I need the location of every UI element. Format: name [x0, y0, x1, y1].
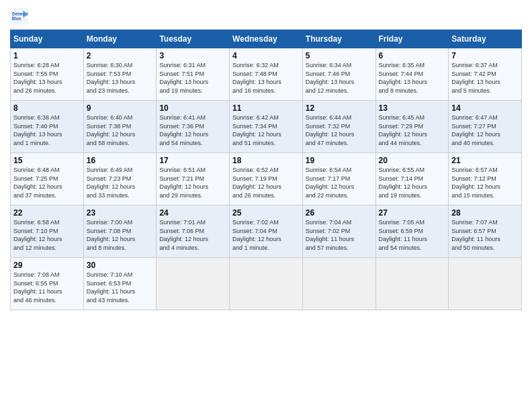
day-info: Sunrise: 6:34 AMSunset: 7:46 PMDaylight:… — [306, 62, 355, 94]
weekday-header-sunday: Sunday — [11, 30, 84, 48]
weekday-header-monday: Monday — [83, 30, 157, 48]
day-info: Sunrise: 7:00 AMSunset: 7:08 PMDaylight:… — [87, 219, 136, 251]
day-cell: 2Sunrise: 6:30 AMSunset: 7:53 PMDaylight… — [83, 48, 157, 101]
day-cell: 20Sunrise: 6:55 AMSunset: 7:14 PMDayligh… — [375, 153, 449, 205]
day-cell: 3Sunrise: 6:31 AMSunset: 7:51 PMDaylight… — [157, 48, 230, 101]
day-cell: 7Sunrise: 6:37 AMSunset: 7:42 PMDaylight… — [449, 48, 522, 101]
day-number: 23 — [87, 208, 154, 218]
day-cell: 28Sunrise: 7:07 AMSunset: 6:57 PMDayligh… — [449, 205, 522, 258]
day-info: Sunrise: 6:55 AMSunset: 7:14 PMDaylight:… — [379, 167, 428, 199]
day-cell — [157, 258, 230, 310]
day-cell: 22Sunrise: 6:58 AMSunset: 7:10 PMDayligh… — [11, 205, 84, 258]
day-info: Sunrise: 6:38 AMSunset: 7:40 PMDaylight:… — [13, 114, 62, 146]
logo-icon: General Blue — [10, 7, 29, 26]
day-info: Sunrise: 6:41 AMSunset: 7:36 PMDaylight:… — [159, 114, 208, 146]
day-cell — [302, 258, 375, 310]
day-number: 14 — [451, 103, 519, 113]
calendar-table: SundayMondayTuesdayWednesdayThursdayFrid… — [10, 30, 522, 310]
day-number: 15 — [13, 156, 81, 165]
day-number: 8 — [13, 103, 81, 113]
day-number: 20 — [379, 156, 446, 165]
day-cell: 26Sunrise: 7:04 AMSunset: 7:02 PMDayligh… — [302, 205, 375, 258]
day-number: 11 — [232, 103, 300, 113]
day-info: Sunrise: 6:35 AMSunset: 7:44 PMDaylight:… — [379, 62, 428, 94]
day-number: 28 — [451, 208, 519, 218]
day-number: 6 — [379, 51, 446, 60]
day-info: Sunrise: 6:44 AMSunset: 7:32 PMDaylight:… — [306, 114, 355, 146]
day-number: 2 — [87, 51, 154, 60]
day-info: Sunrise: 7:07 AMSunset: 6:57 PMDaylight:… — [451, 219, 500, 251]
day-number: 24 — [159, 208, 226, 218]
day-cell: 13Sunrise: 6:45 AMSunset: 7:29 PMDayligh… — [375, 101, 449, 153]
day-number: 3 — [159, 51, 226, 60]
day-info: Sunrise: 6:31 AMSunset: 7:51 PMDaylight:… — [159, 62, 208, 94]
day-info: Sunrise: 6:40 AMSunset: 7:38 PMDaylight:… — [87, 114, 136, 146]
day-info: Sunrise: 6:52 AMSunset: 7:19 PMDaylight:… — [232, 167, 281, 199]
day-cell: 12Sunrise: 6:44 AMSunset: 7:32 PMDayligh… — [302, 101, 375, 153]
day-cell: 15Sunrise: 6:48 AMSunset: 7:25 PMDayligh… — [11, 153, 84, 205]
weekday-header-tuesday: Tuesday — [157, 30, 230, 48]
header: General Blue — [10, 7, 522, 26]
day-info: Sunrise: 6:51 AMSunset: 7:21 PMDaylight:… — [159, 167, 208, 199]
day-cell: 11Sunrise: 6:42 AMSunset: 7:34 PMDayligh… — [230, 101, 303, 153]
day-info: Sunrise: 7:04 AMSunset: 7:02 PMDaylight:… — [306, 219, 355, 251]
day-info: Sunrise: 7:08 AMSunset: 6:55 PMDaylight:… — [13, 271, 62, 304]
day-cell: 19Sunrise: 6:54 AMSunset: 7:17 PMDayligh… — [302, 153, 375, 205]
day-cell: 30Sunrise: 7:10 AMSunset: 6:53 PMDayligh… — [83, 258, 157, 310]
day-info: Sunrise: 6:48 AMSunset: 7:25 PMDaylight:… — [13, 167, 62, 199]
day-cell: 17Sunrise: 6:51 AMSunset: 7:21 PMDayligh… — [157, 153, 230, 205]
day-info: Sunrise: 6:58 AMSunset: 7:10 PMDaylight:… — [13, 219, 62, 251]
day-info: Sunrise: 6:28 AMSunset: 7:55 PMDaylight:… — [13, 62, 62, 94]
weekday-header-wednesday: Wednesday — [230, 30, 303, 48]
day-number: 19 — [306, 156, 373, 165]
day-number: 17 — [159, 156, 226, 165]
day-cell: 4Sunrise: 6:32 AMSunset: 7:48 PMDaylight… — [230, 48, 303, 101]
day-number: 1 — [13, 51, 81, 60]
day-cell: 27Sunrise: 7:05 AMSunset: 6:59 PMDayligh… — [375, 205, 449, 258]
day-info: Sunrise: 7:10 AMSunset: 6:53 PMDaylight:… — [87, 271, 136, 304]
day-cell: 14Sunrise: 6:47 AMSunset: 7:27 PMDayligh… — [449, 101, 522, 153]
day-cell: 29Sunrise: 7:08 AMSunset: 6:55 PMDayligh… — [11, 258, 84, 310]
week-row-3: 15Sunrise: 6:48 AMSunset: 7:25 PMDayligh… — [11, 153, 522, 205]
day-info: Sunrise: 7:01 AMSunset: 7:06 PMDaylight:… — [159, 219, 208, 251]
day-cell: 16Sunrise: 6:49 AMSunset: 7:23 PMDayligh… — [83, 153, 157, 205]
day-number: 26 — [306, 208, 373, 218]
day-info: Sunrise: 6:49 AMSunset: 7:23 PMDaylight:… — [87, 167, 136, 199]
day-cell: 9Sunrise: 6:40 AMSunset: 7:38 PMDaylight… — [83, 101, 157, 153]
day-cell: 25Sunrise: 7:02 AMSunset: 7:04 PMDayligh… — [230, 205, 303, 258]
day-cell: 10Sunrise: 6:41 AMSunset: 7:36 PMDayligh… — [157, 101, 230, 153]
weekday-header-saturday: Saturday — [449, 30, 522, 48]
day-cell: 23Sunrise: 7:00 AMSunset: 7:08 PMDayligh… — [83, 205, 157, 258]
day-number: 13 — [379, 103, 446, 113]
day-info: Sunrise: 6:45 AMSunset: 7:29 PMDaylight:… — [379, 114, 428, 146]
day-cell: 5Sunrise: 6:34 AMSunset: 7:46 PMDaylight… — [302, 48, 375, 101]
logo: General Blue — [10, 7, 29, 26]
day-info: Sunrise: 6:42 AMSunset: 7:34 PMDaylight:… — [232, 114, 281, 146]
day-info: Sunrise: 6:57 AMSunset: 7:12 PMDaylight:… — [451, 167, 500, 199]
calendar-container: General Blue SundayMondayTuesdayWednesda… — [0, 0, 532, 317]
day-cell — [230, 258, 303, 310]
day-number: 9 — [87, 103, 154, 113]
week-row-4: 22Sunrise: 6:58 AMSunset: 7:10 PMDayligh… — [11, 205, 522, 258]
day-info: Sunrise: 6:32 AMSunset: 7:48 PMDaylight:… — [232, 62, 281, 94]
day-number: 4 — [232, 51, 300, 60]
day-number: 25 — [232, 208, 300, 218]
day-number: 22 — [13, 208, 81, 218]
day-cell: 1Sunrise: 6:28 AMSunset: 7:55 PMDaylight… — [11, 48, 84, 101]
day-number: 21 — [451, 156, 519, 165]
day-info: Sunrise: 7:05 AMSunset: 6:59 PMDaylight:… — [379, 219, 428, 251]
week-row-1: 1Sunrise: 6:28 AMSunset: 7:55 PMDaylight… — [11, 48, 522, 101]
day-number: 18 — [232, 156, 300, 165]
weekday-header-friday: Friday — [375, 30, 449, 48]
day-number: 7 — [451, 51, 519, 60]
day-info: Sunrise: 6:30 AMSunset: 7:53 PMDaylight:… — [87, 62, 136, 94]
day-info: Sunrise: 7:02 AMSunset: 7:04 PMDaylight:… — [232, 219, 281, 251]
weekday-header-row: SundayMondayTuesdayWednesdayThursdayFrid… — [11, 30, 522, 48]
day-number: 12 — [306, 103, 373, 113]
weekday-header-thursday: Thursday — [302, 30, 375, 48]
day-cell: 18Sunrise: 6:52 AMSunset: 7:19 PMDayligh… — [230, 153, 303, 205]
day-number: 29 — [13, 261, 81, 270]
day-cell: 6Sunrise: 6:35 AMSunset: 7:44 PMDaylight… — [375, 48, 449, 101]
week-row-5: 29Sunrise: 7:08 AMSunset: 6:55 PMDayligh… — [11, 258, 522, 310]
day-info: Sunrise: 6:47 AMSunset: 7:27 PMDaylight:… — [451, 114, 500, 146]
